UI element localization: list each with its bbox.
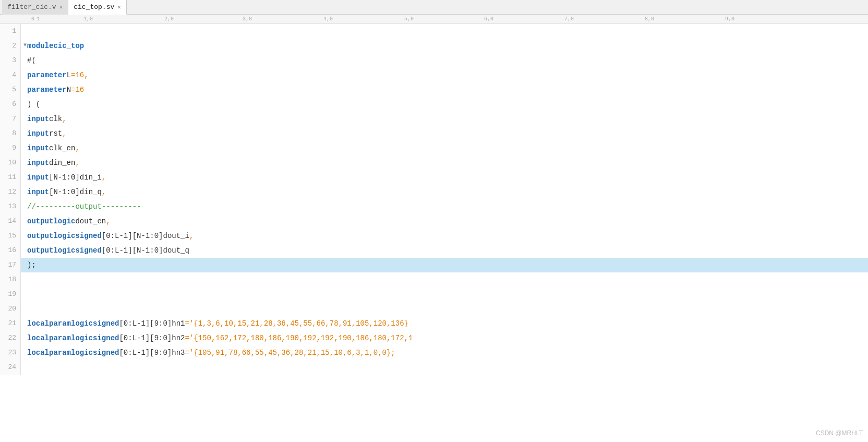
line-content-10: input din_en ,	[21, 156, 868, 170]
tab-bar: filter_cic.v ✕ cic_top.sv ✕	[0, 0, 868, 15]
line-content-13: //---------output---------	[21, 199, 868, 214]
line-number-20: 20	[0, 302, 21, 316]
line-content-19	[21, 287, 868, 302]
code-line-3[interactable]: 3 #(	[0, 53, 868, 68]
tab-cic-top[interactable]: cic_top.sv ✕	[68, 0, 127, 15]
line-content-21: localparam logic signed [0:L-1][9:0] hn1…	[21, 316, 868, 331]
line-number-21: 21	[0, 316, 21, 331]
line-content-3: #(	[21, 53, 868, 68]
line-content-4: parameter L = 16,	[21, 68, 868, 82]
line-content-16: output logic signed [0:L-1][N-1:0] dout_…	[21, 243, 868, 258]
line-content-9: input clk_en ,	[21, 141, 868, 156]
line-number-9: 9	[0, 141, 21, 156]
line-content-22: localparam logic signed [0:L-1][9:0] hn2…	[21, 331, 868, 345]
line-content-12: input [N-1:0] din_q ,	[21, 185, 868, 199]
line-content-20	[21, 302, 868, 316]
line-number-7: 7	[0, 112, 21, 126]
code-line-5[interactable]: 5 parameter N = 16	[0, 82, 868, 97]
line-number-22: 22	[0, 331, 21, 345]
line-content-23: localparam logic signed [0:L-1][9:0] hn3…	[21, 345, 868, 360]
code-line-14[interactable]: 14 output logic dout_en ,	[0, 214, 868, 229]
code-line-20[interactable]: 20	[0, 302, 868, 316]
line-content-6: ) (	[21, 97, 868, 112]
line-content-8: input rst ,	[21, 126, 868, 141]
line-number-4: 4	[0, 68, 21, 82]
code-line-15[interactable]: 15 output logic signed [0:L-1][N-1:0] do…	[0, 229, 868, 243]
line-content-14: output logic dout_en ,	[21, 214, 868, 229]
line-number-14: 14	[0, 214, 21, 229]
tab-cic-top-close[interactable]: ✕	[117, 4, 121, 10]
code-area[interactable]: 1 ▼2module cic_top3 #(4 parameter L = 16…	[0, 24, 868, 442]
line-number-24: 24	[0, 360, 21, 375]
line-number-1: 1	[0, 24, 21, 39]
watermark: CSDN @MRHLT	[816, 429, 863, 437]
code-line-6[interactable]: 6) (	[0, 97, 868, 112]
tab-filter-cic-close[interactable]: ✕	[59, 4, 63, 10]
line-content-2: module cic_top	[21, 39, 868, 53]
code-line-22[interactable]: 22localparam logic signed [0:L-1][9:0] h…	[0, 331, 868, 345]
line-number-11: 11	[0, 170, 21, 185]
code-line-10[interactable]: 10 input din_en ,	[0, 156, 868, 170]
code-line-8[interactable]: 8 input rst ,	[0, 126, 868, 141]
code-line-4[interactable]: 4 parameter L = 16,	[0, 68, 868, 82]
line-content-7: input clk ,	[21, 112, 868, 126]
line-number-17: 17	[0, 258, 21, 272]
line-number-16: 16	[0, 243, 21, 258]
line-number-19: 19	[0, 287, 21, 302]
line-number-23: 23	[0, 345, 21, 360]
line-number-12: 12	[0, 185, 21, 199]
line-content-24	[21, 360, 868, 375]
line-number-18: 18	[0, 272, 21, 287]
code-line-7[interactable]: 7 input clk ,	[0, 112, 868, 126]
code-line-13[interactable]: 13 //---------output---------	[0, 199, 868, 214]
line-number-6: 6	[0, 97, 21, 112]
code-line-18[interactable]: 18	[0, 272, 868, 287]
line-number-5: 5	[0, 82, 21, 97]
tab-filter-cic[interactable]: filter_cic.v ✕	[2, 0, 68, 15]
line-number-8: 8	[0, 126, 21, 141]
code-line-19[interactable]: 19	[0, 287, 868, 302]
line-content-5: parameter N = 16	[21, 82, 868, 97]
fold-icon-2[interactable]: ▼	[22, 42, 28, 48]
code-line-1[interactable]: 1	[0, 24, 868, 39]
code-line-16[interactable]: 16 output logic signed [0:L-1][N-1:0] do…	[0, 243, 868, 258]
code-line-24[interactable]: 24	[0, 360, 868, 375]
code-line-23[interactable]: 23localparam logic signed [0:L-1][9:0] h…	[0, 345, 868, 360]
line-number-13: 13	[0, 199, 21, 214]
code-line-2[interactable]: ▼2module cic_top	[0, 39, 868, 53]
tab-filter-cic-label: filter_cic.v	[7, 3, 56, 11]
ruler: 0 1 1,0 2,0 3,0 4,0 5,0 6,0 7,0 8,0 9,0	[0, 15, 868, 24]
line-number-15: 15	[0, 229, 21, 243]
line-content-15: output logic signed [0:L-1][N-1:0] dout_…	[21, 229, 868, 243]
code-line-21[interactable]: 21localparam logic signed [0:L-1][9:0] h…	[0, 316, 868, 331]
line-number-10: 10	[0, 156, 21, 170]
code-line-17[interactable]: 17);	[0, 258, 868, 272]
line-content-1	[21, 24, 868, 39]
code-line-12[interactable]: 12 input [N-1:0] din_q ,	[0, 185, 868, 199]
code-line-9[interactable]: 9 input clk_en ,	[0, 141, 868, 156]
line-number-3: 3	[0, 53, 21, 68]
line-content-17: );	[21, 258, 868, 272]
line-content-18	[21, 272, 868, 287]
line-content-11: input [N-1:0] din_i ,	[21, 170, 868, 185]
code-line-11[interactable]: 11 input [N-1:0] din_i ,	[0, 170, 868, 185]
line-number-2: 2	[0, 39, 21, 53]
tab-cic-top-label: cic_top.sv	[74, 3, 114, 11]
